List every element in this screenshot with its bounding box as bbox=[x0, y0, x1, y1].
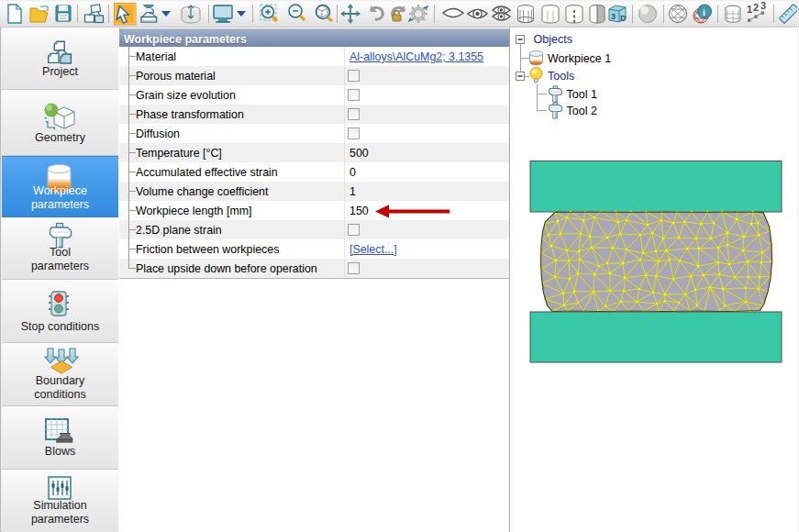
svg-text:3: 3 bbox=[760, 0, 766, 11]
svg-text:1: 1 bbox=[747, 4, 752, 15]
svg-text:2: 2 bbox=[753, 2, 759, 13]
svg-text:i: i bbox=[703, 7, 705, 17]
svg-text:D: D bbox=[620, 14, 627, 23]
svg-text:3: 3 bbox=[611, 12, 616, 21]
